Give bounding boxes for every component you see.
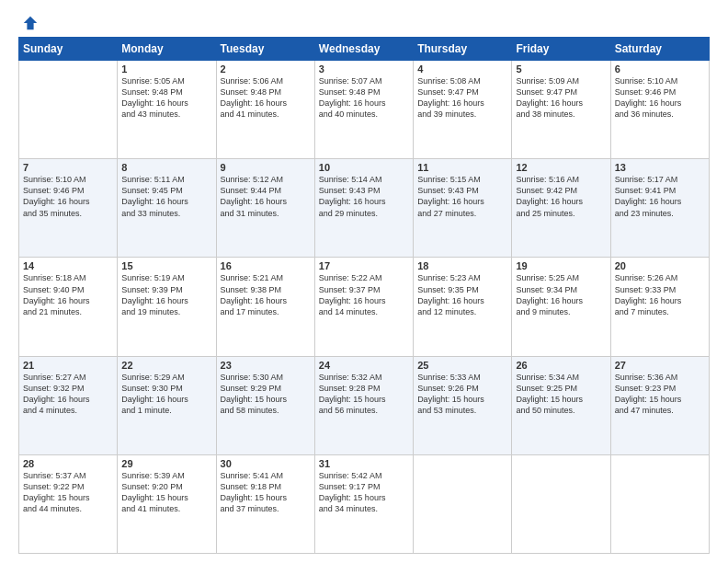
- calendar-empty-cell: [610, 454, 709, 553]
- day-header-wednesday: Wednesday: [314, 38, 413, 61]
- calendar-day-cell: 14Sunrise: 5:18 AM Sunset: 9:40 PM Dayli…: [19, 258, 118, 356]
- day-info: Sunrise: 5:30 AM Sunset: 9:29 PM Dayligh…: [221, 372, 311, 417]
- day-header-friday: Friday: [512, 38, 610, 61]
- calendar-day-cell: 2Sunrise: 5:06 AM Sunset: 9:48 PM Daylig…: [216, 61, 314, 159]
- calendar-day-cell: 19Sunrise: 5:25 AM Sunset: 9:34 PM Dayli…: [512, 258, 610, 356]
- day-number: 19: [516, 260, 606, 271]
- day-number: 24: [319, 360, 409, 371]
- day-info: Sunrise: 5:23 AM Sunset: 9:35 PM Dayligh…: [417, 272, 507, 317]
- calendar-day-cell: 26Sunrise: 5:34 AM Sunset: 9:25 PM Dayli…: [512, 356, 610, 454]
- day-info: Sunrise: 5:37 AM Sunset: 9:22 PM Dayligh…: [23, 470, 113, 515]
- day-info: Sunrise: 5:05 AM Sunset: 9:48 PM Dayligh…: [121, 75, 211, 121]
- calendar-day-cell: 7Sunrise: 5:10 AM Sunset: 9:46 PM Daylig…: [19, 159, 118, 258]
- day-info: Sunrise: 5:11 AM Sunset: 9:45 PM Dayligh…: [121, 174, 211, 219]
- day-number: 31: [319, 458, 409, 469]
- day-info: Sunrise: 5:34 AM Sunset: 9:25 PM Dayligh…: [516, 372, 606, 417]
- day-number: 8: [121, 162, 211, 173]
- calendar-day-cell: 29Sunrise: 5:39 AM Sunset: 9:20 PM Dayli…: [118, 454, 216, 553]
- day-info: Sunrise: 5:09 AM Sunset: 9:47 PM Dayligh…: [516, 75, 606, 121]
- calendar-day-cell: 15Sunrise: 5:19 AM Sunset: 9:39 PM Dayli…: [118, 258, 216, 356]
- day-number: 26: [516, 360, 606, 371]
- day-header-tuesday: Tuesday: [216, 38, 314, 61]
- day-header-saturday: Saturday: [610, 38, 709, 61]
- calendar-day-cell: 28Sunrise: 5:37 AM Sunset: 9:22 PM Dayli…: [19, 454, 118, 553]
- calendar-day-cell: 27Sunrise: 5:36 AM Sunset: 9:23 PM Dayli…: [610, 356, 709, 454]
- day-number: 18: [417, 260, 507, 271]
- day-number: 29: [121, 458, 211, 469]
- day-info: Sunrise: 5:12 AM Sunset: 9:44 PM Dayligh…: [221, 174, 311, 219]
- day-number: 20: [615, 260, 705, 271]
- day-number: 23: [221, 360, 311, 371]
- calendar-day-cell: 22Sunrise: 5:29 AM Sunset: 9:30 PM Dayli…: [118, 356, 216, 454]
- day-header-thursday: Thursday: [414, 38, 512, 61]
- day-info: Sunrise: 5:14 AM Sunset: 9:43 PM Dayligh…: [319, 174, 409, 219]
- calendar-header-row: SundayMondayTuesdayWednesdayThursdayFrid…: [19, 38, 710, 61]
- day-info: Sunrise: 5:33 AM Sunset: 9:26 PM Dayligh…: [417, 372, 507, 417]
- page: SundayMondayTuesdayWednesdayThursdayFrid…: [0, 0, 728, 563]
- day-info: Sunrise: 5:42 AM Sunset: 9:17 PM Dayligh…: [319, 470, 409, 515]
- calendar-day-cell: 10Sunrise: 5:14 AM Sunset: 9:43 PM Dayli…: [314, 159, 413, 258]
- day-number: 28: [23, 458, 113, 469]
- svg-marker-0: [24, 17, 37, 29]
- day-number: 4: [417, 63, 507, 75]
- day-info: Sunrise: 5:19 AM Sunset: 9:39 PM Dayligh…: [121, 272, 211, 317]
- calendar-empty-cell: [414, 454, 512, 553]
- day-number: 1: [121, 63, 211, 75]
- calendar-day-cell: 17Sunrise: 5:22 AM Sunset: 9:37 PM Dayli…: [314, 258, 413, 356]
- day-header-monday: Monday: [118, 38, 216, 61]
- calendar-day-cell: 1Sunrise: 5:05 AM Sunset: 9:48 PM Daylig…: [118, 61, 216, 159]
- day-number: 10: [319, 162, 409, 173]
- day-info: Sunrise: 5:06 AM Sunset: 9:48 PM Dayligh…: [221, 75, 311, 121]
- day-info: Sunrise: 5:41 AM Sunset: 9:18 PM Dayligh…: [221, 470, 311, 515]
- day-number: 13: [615, 162, 705, 173]
- calendar-day-cell: 9Sunrise: 5:12 AM Sunset: 9:44 PM Daylig…: [216, 159, 314, 258]
- day-number: 3: [319, 63, 409, 75]
- calendar-week-row: 14Sunrise: 5:18 AM Sunset: 9:40 PM Dayli…: [19, 258, 710, 356]
- calendar-day-cell: 11Sunrise: 5:15 AM Sunset: 9:43 PM Dayli…: [414, 159, 512, 258]
- day-info: Sunrise: 5:39 AM Sunset: 9:20 PM Dayligh…: [121, 470, 211, 515]
- calendar-week-row: 21Sunrise: 5:27 AM Sunset: 9:32 PM Dayli…: [19, 356, 710, 454]
- calendar-day-cell: 30Sunrise: 5:41 AM Sunset: 9:18 PM Dayli…: [216, 454, 314, 553]
- day-number: 12: [516, 162, 606, 173]
- calendar-day-cell: 12Sunrise: 5:16 AM Sunset: 9:42 PM Dayli…: [512, 159, 610, 258]
- day-info: Sunrise: 5:18 AM Sunset: 9:40 PM Dayligh…: [23, 272, 113, 317]
- calendar-table: SundayMondayTuesdayWednesdayThursdayFrid…: [18, 37, 710, 554]
- day-info: Sunrise: 5:08 AM Sunset: 9:47 PM Dayligh…: [417, 75, 507, 121]
- day-number: 7: [23, 162, 113, 173]
- day-number: 11: [417, 162, 507, 173]
- day-number: 30: [221, 458, 311, 469]
- header: [18, 15, 710, 28]
- day-info: Sunrise: 5:32 AM Sunset: 9:28 PM Dayligh…: [319, 372, 409, 417]
- calendar-day-cell: 21Sunrise: 5:27 AM Sunset: 9:32 PM Dayli…: [19, 356, 118, 454]
- day-number: 15: [121, 260, 211, 271]
- day-info: Sunrise: 5:10 AM Sunset: 9:46 PM Dayligh…: [615, 75, 705, 121]
- logo-icon: [22, 15, 39, 31]
- day-header-sunday: Sunday: [19, 38, 118, 61]
- day-number: 22: [121, 360, 211, 371]
- day-number: 14: [23, 260, 113, 271]
- day-info: Sunrise: 5:29 AM Sunset: 9:30 PM Dayligh…: [121, 372, 211, 417]
- calendar-week-row: 28Sunrise: 5:37 AM Sunset: 9:22 PM Dayli…: [19, 454, 710, 553]
- calendar-empty-cell: [512, 454, 610, 553]
- day-info: Sunrise: 5:25 AM Sunset: 9:34 PM Dayligh…: [516, 272, 606, 317]
- calendar-day-cell: 23Sunrise: 5:30 AM Sunset: 9:29 PM Dayli…: [216, 356, 314, 454]
- day-number: 9: [221, 162, 311, 173]
- day-number: 21: [23, 360, 113, 371]
- day-number: 16: [221, 260, 311, 271]
- day-info: Sunrise: 5:27 AM Sunset: 9:32 PM Dayligh…: [23, 372, 113, 417]
- day-info: Sunrise: 5:22 AM Sunset: 9:37 PM Dayligh…: [319, 272, 409, 317]
- day-info: Sunrise: 5:26 AM Sunset: 9:33 PM Dayligh…: [615, 272, 705, 317]
- calendar-week-row: 7Sunrise: 5:10 AM Sunset: 9:46 PM Daylig…: [19, 159, 710, 258]
- day-info: Sunrise: 5:16 AM Sunset: 9:42 PM Dayligh…: [516, 174, 606, 219]
- calendar-day-cell: 6Sunrise: 5:10 AM Sunset: 9:46 PM Daylig…: [610, 61, 709, 159]
- day-number: 25: [417, 360, 507, 371]
- calendar-day-cell: 13Sunrise: 5:17 AM Sunset: 9:41 PM Dayli…: [610, 159, 709, 258]
- day-info: Sunrise: 5:17 AM Sunset: 9:41 PM Dayligh…: [615, 174, 705, 219]
- calendar-day-cell: 31Sunrise: 5:42 AM Sunset: 9:17 PM Dayli…: [314, 454, 413, 553]
- day-number: 2: [221, 63, 311, 75]
- day-number: 17: [319, 260, 409, 271]
- day-info: Sunrise: 5:15 AM Sunset: 9:43 PM Dayligh…: [417, 174, 507, 219]
- day-number: 6: [615, 63, 705, 75]
- day-number: 27: [615, 360, 705, 371]
- calendar-day-cell: 20Sunrise: 5:26 AM Sunset: 9:33 PM Dayli…: [610, 258, 709, 356]
